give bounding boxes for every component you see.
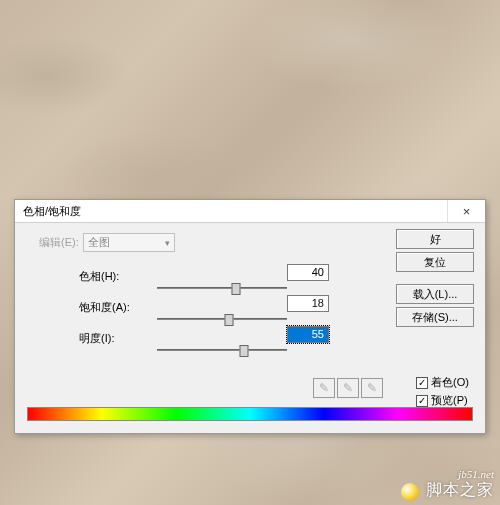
- button-column: 好 复位 载入(L)... 存储(S)...: [396, 229, 474, 327]
- colorize-checkbox[interactable]: ✓: [416, 377, 428, 389]
- preview-label: 预览(P): [431, 393, 468, 408]
- lightness-row: 明度(I): 55: [79, 326, 329, 351]
- colorize-checkbox-row[interactable]: ✓ 着色(O): [416, 375, 469, 390]
- colorize-label: 着色(O): [431, 375, 469, 390]
- lightness-thumb[interactable]: [240, 345, 249, 357]
- saturation-slider-wrap: 18: [157, 295, 329, 320]
- saturation-slider[interactable]: [157, 318, 287, 320]
- watermark: jb51.net 脚本之家: [401, 468, 494, 501]
- saturation-label: 饱和度(A):: [79, 300, 147, 315]
- lightness-slider[interactable]: [157, 349, 287, 351]
- checkbox-group: ✓ 着色(O) ✓ 预览(P): [416, 375, 469, 408]
- dialog-body: 编辑(E): 全图 ▾ 色相(H): 40 饱和度(A): 18: [15, 223, 485, 433]
- hue-slider-wrap: 40: [157, 264, 329, 289]
- edit-label: 编辑(E):: [39, 235, 79, 250]
- ok-button[interactable]: 好: [396, 229, 474, 249]
- preview-checkbox[interactable]: ✓: [416, 395, 428, 407]
- titlebar[interactable]: 色相/饱和度 ×: [15, 200, 485, 223]
- hue-slider[interactable]: [157, 287, 287, 289]
- eyedropper-icon[interactable]: ✎: [313, 378, 335, 398]
- eyedropper-add-icon[interactable]: ✎: [337, 378, 359, 398]
- lightness-slider-wrap: 55: [157, 326, 329, 351]
- hue-thumb[interactable]: [232, 283, 241, 295]
- reset-button[interactable]: 复位: [396, 252, 474, 272]
- save-button[interactable]: 存储(S)...: [396, 307, 474, 327]
- watermark-url: jb51.net: [458, 468, 494, 480]
- close-icon: ×: [463, 204, 471, 219]
- chevron-down-icon: ▾: [165, 238, 170, 248]
- edit-select-value: 全图: [88, 235, 110, 250]
- sliders-group: 色相(H): 40 饱和度(A): 18 明度(I):: [79, 264, 329, 351]
- eyedropper-subtract-icon[interactable]: ✎: [361, 378, 383, 398]
- hue-value[interactable]: 40: [287, 264, 329, 281]
- watermark-text: 脚本之家: [426, 481, 494, 498]
- saturation-value[interactable]: 18: [287, 295, 329, 312]
- eyedropper-group: ✎ ✎ ✎: [313, 378, 383, 398]
- hue-label: 色相(H):: [79, 269, 147, 284]
- close-button[interactable]: ×: [447, 200, 485, 222]
- hue-spectrum-bar: [27, 407, 473, 421]
- watermark-logo-icon: [401, 483, 419, 501]
- lightness-value[interactable]: 55: [287, 326, 329, 343]
- edit-select[interactable]: 全图 ▾: [83, 233, 175, 252]
- hue-saturation-dialog: 色相/饱和度 × 编辑(E): 全图 ▾ 色相(H): 40: [14, 199, 486, 434]
- lightness-label: 明度(I):: [79, 331, 147, 346]
- saturation-thumb[interactable]: [224, 314, 233, 326]
- saturation-row: 饱和度(A): 18: [79, 295, 329, 320]
- load-button[interactable]: 载入(L)...: [396, 284, 474, 304]
- preview-checkbox-row[interactable]: ✓ 预览(P): [416, 393, 469, 408]
- dialog-title: 色相/饱和度: [23, 204, 81, 219]
- hue-row: 色相(H): 40: [79, 264, 329, 289]
